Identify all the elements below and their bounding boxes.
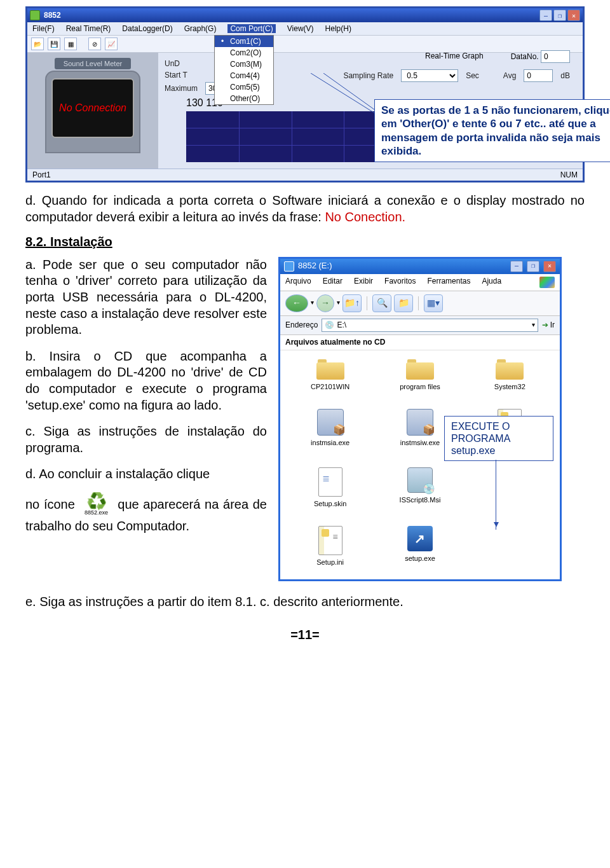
- close-button[interactable]: ✕: [567, 10, 580, 21]
- up-button[interactable]: 📁↑: [342, 294, 362, 312]
- go-arrow-icon: ➔: [542, 320, 548, 330]
- msi-icon: [407, 467, 433, 493]
- para-d: d. Quando for indicada a porta correta o…: [25, 193, 585, 225]
- file-isscript8[interactable]: ISScript8.Msi: [382, 467, 458, 508]
- dropdown-item-com1[interactable]: •Com1(C): [215, 36, 273, 47]
- dropdown-item-com3[interactable]: Com3(M): [215, 59, 273, 70]
- avg-label: Avg: [503, 71, 516, 80]
- toolbar: 📂 💾 ▦ ⊘ 📈: [27, 36, 583, 53]
- toolbar-open-icon[interactable]: 📂: [31, 38, 44, 50]
- address-input[interactable]: 💿 E:\ ▾: [322, 319, 538, 332]
- minimize-button[interactable]: —: [539, 10, 552, 21]
- drive-glyph-icon: 💿: [325, 320, 334, 330]
- views-button[interactable]: ▦▾: [424, 294, 443, 312]
- desktop-shortcut-icon: ♻️ 8852.exe: [82, 493, 111, 518]
- recycle-icon: ♻️: [82, 493, 111, 509]
- dropdown-item-com5[interactable]: Com5(5): [215, 81, 273, 93]
- menu-realtime[interactable]: Real Time(R): [66, 24, 111, 33]
- toolbar-table-icon[interactable]: ▦: [64, 38, 77, 50]
- skin-file-icon: [318, 467, 342, 497]
- file-setup-skin[interactable]: Setup.skin: [292, 467, 369, 508]
- menu-exibir[interactable]: Exibir: [354, 277, 373, 288]
- menu-file[interactable]: File(F): [32, 24, 55, 33]
- menu-view[interactable]: View(V): [287, 24, 314, 33]
- menu-ajuda[interactable]: Ajuda: [482, 277, 501, 288]
- item-b: b. Insira o CD que acompanha a embalagem…: [25, 348, 267, 413]
- realtime-graph-label: Real-Time Graph: [425, 52, 484, 60]
- comport-dropdown: •Com1(C) Com2(O) Com3(M) Com4(4) Com5(5)…: [214, 35, 274, 105]
- statusbar: Port1 NUM: [27, 169, 583, 181]
- meter-screen: No Connection: [51, 78, 134, 138]
- menubar: File(F) Real Time(R) DataLogger(D) Graph…: [27, 22, 583, 36]
- explorer-maximize-button[interactable]: ❐: [527, 261, 539, 272]
- explorer-minimize-button[interactable]: —: [510, 261, 523, 272]
- meter-device: No Connection: [45, 71, 140, 153]
- app-icon: [30, 10, 40, 20]
- folder-icon: [316, 357, 344, 380]
- menu-ferramentas[interactable]: Ferramentas: [427, 277, 470, 288]
- doc-body: d. Quando for indicada a porta correta o…: [25, 193, 585, 644]
- start-label: Start T: [165, 71, 187, 79]
- callout-execute-setup: EXECUTE O PROGRAMA setup.exe: [444, 416, 553, 462]
- avg-input[interactable]: [524, 69, 553, 82]
- search-button[interactable]: 🔍: [372, 294, 391, 312]
- window-title: 8852: [44, 11, 539, 20]
- menu-comport[interactable]: Com Port(C): [227, 24, 275, 33]
- und-label: UnD: [165, 59, 180, 68]
- titlebar: 8852 — ❐ ✕: [27, 8, 583, 22]
- go-button[interactable]: ➔ Ir: [542, 320, 555, 330]
- item-c: c. Siga as instruções de instalação do p…: [25, 424, 267, 456]
- menu-graph[interactable]: Graph(G): [184, 24, 217, 33]
- explorer-toolbar: ← ▾ → ▾ 📁↑ 🔍 📁 ▦▾: [280, 291, 560, 316]
- status-port: Port1: [32, 170, 51, 179]
- menu-arquivo[interactable]: Arquivo: [285, 277, 311, 288]
- installer-icon: [317, 409, 344, 436]
- menu-help[interactable]: Help(H): [325, 24, 351, 33]
- item-a: a. Pode ser que o seu computador não ten…: [25, 257, 267, 338]
- menu-datalogger[interactable]: DataLogger(D): [122, 24, 172, 33]
- forward-button[interactable]: →: [316, 294, 334, 312]
- explorer-close-button[interactable]: ✕: [543, 261, 556, 272]
- item-e: e. Siga as instruções a partir do item 8…: [25, 594, 585, 610]
- toolbar-chart-icon[interactable]: 📈: [105, 38, 118, 50]
- file-setup-exe[interactable]: setup.exe: [382, 526, 458, 567]
- window-buttons: — ❐ ✕: [539, 10, 580, 21]
- ini-icon: [318, 526, 342, 555]
- dropdown-item-com2[interactable]: Com2(O): [215, 47, 273, 59]
- section-heading-8-2: 8.2. Instalação: [25, 234, 585, 251]
- drive-icon: [284, 261, 294, 272]
- dropdown-item-com4[interactable]: Com4(4): [215, 70, 273, 81]
- file-instmsia[interactable]: instmsia.exe: [292, 409, 369, 450]
- status-num: NUM: [560, 170, 578, 179]
- file-cp2101win[interactable]: CP2101WIN: [292, 357, 369, 391]
- item-d-line2: no ícone ♻️ 8852.exe que aparecerá na ár…: [25, 493, 267, 535]
- back-button[interactable]: ←: [285, 294, 308, 312]
- windows-flag-icon: [539, 277, 555, 288]
- file-system32[interactable]: System32: [471, 357, 548, 391]
- cd-files-header: Arquivos atualmente no CD: [280, 335, 560, 350]
- toolbar-clear-icon[interactable]: ⊘: [88, 38, 101, 50]
- file-program-files[interactable]: program files: [382, 357, 458, 391]
- menu-editar[interactable]: Editar: [323, 277, 342, 288]
- item-d-line1: d. Ao concluir a instalação clique: [25, 466, 267, 483]
- file-setup-ini[interactable]: Setup.ini: [292, 526, 369, 567]
- setup-exe-icon: [407, 526, 433, 551]
- menu-favoritos[interactable]: Favoritos: [384, 277, 416, 288]
- datano-input[interactable]: [541, 50, 570, 63]
- folders-button[interactable]: 📁: [394, 294, 413, 312]
- max-label: Maximum: [165, 84, 198, 93]
- page-number: =11=: [25, 627, 585, 644]
- toolbar-save-icon[interactable]: 💾: [48, 38, 60, 50]
- address-bar: Endereço 💿 E:\ ▾ ➔ Ir: [280, 316, 560, 335]
- sec-label: Sec: [466, 71, 479, 80]
- explorer-window: 8852 (E:) — ❐ ✕ Arquivo Editar Exibir Fa…: [278, 257, 562, 582]
- no-connection-phrase: No Conection.: [325, 210, 405, 224]
- db-label: dB: [560, 71, 570, 80]
- instruction-column: a. Pode ser que o seu computador não ten…: [25, 257, 267, 545]
- dropdown-item-other[interactable]: Other(O): [215, 93, 273, 104]
- explorer-title: 8852 (E:): [298, 261, 332, 272]
- callout-ports: Se as portas de 1 a 5 não funcionarem, c…: [374, 99, 610, 162]
- folder-icon: [406, 357, 434, 380]
- maximize-button[interactable]: ❐: [553, 10, 566, 21]
- address-label: Endereço: [285, 320, 318, 330]
